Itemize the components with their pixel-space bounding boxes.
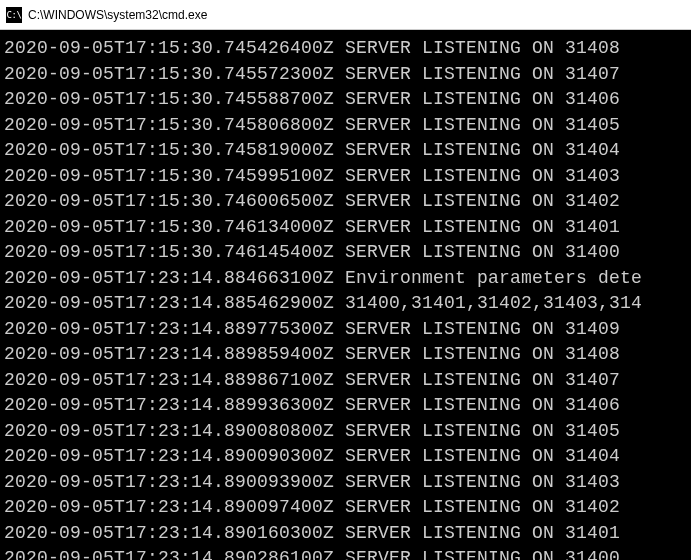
log-line: 2020-09-05T17:23:14.890080800Z SERVER LI… bbox=[4, 419, 687, 445]
log-line: 2020-09-05T17:23:14.889775300Z SERVER LI… bbox=[4, 317, 687, 343]
log-line: 2020-09-05T17:23:14.884663100Z Environme… bbox=[4, 266, 687, 292]
log-line: 2020-09-05T17:15:30.745426400Z SERVER LI… bbox=[4, 36, 687, 62]
log-line: 2020-09-05T17:23:14.890097400Z SERVER LI… bbox=[4, 495, 687, 521]
log-line: 2020-09-05T17:15:30.745995100Z SERVER LI… bbox=[4, 164, 687, 190]
log-line: 2020-09-05T17:23:14.889936300Z SERVER LI… bbox=[4, 393, 687, 419]
log-line: 2020-09-05T17:23:14.889859400Z SERVER LI… bbox=[4, 342, 687, 368]
log-line: 2020-09-05T17:15:30.745806800Z SERVER LI… bbox=[4, 113, 687, 139]
window-title-bar[interactable]: C:\ C:\WINDOWS\system32\cmd.exe bbox=[0, 0, 691, 30]
log-line: 2020-09-05T17:23:14.890093900Z SERVER LI… bbox=[4, 470, 687, 496]
log-line: 2020-09-05T17:23:14.890160300Z SERVER LI… bbox=[4, 521, 687, 547]
log-line: 2020-09-05T17:15:30.745572300Z SERVER LI… bbox=[4, 62, 687, 88]
log-line: 2020-09-05T17:15:30.746134000Z SERVER LI… bbox=[4, 215, 687, 241]
log-line: 2020-09-05T17:23:14.890090300Z SERVER LI… bbox=[4, 444, 687, 470]
log-line: 2020-09-05T17:15:30.746006500Z SERVER LI… bbox=[4, 189, 687, 215]
log-line: 2020-09-05T17:15:30.745588700Z SERVER LI… bbox=[4, 87, 687, 113]
log-line: 2020-09-05T17:15:30.745819000Z SERVER LI… bbox=[4, 138, 687, 164]
log-line: 2020-09-05T17:23:14.890286100Z SERVER LI… bbox=[4, 546, 687, 560]
cmd-icon: C:\ bbox=[6, 7, 22, 23]
window-title: C:\WINDOWS\system32\cmd.exe bbox=[28, 8, 207, 22]
terminal-output[interactable]: 2020-09-05T17:15:30.745426400Z SERVER LI… bbox=[0, 30, 691, 560]
log-line: 2020-09-05T17:23:14.885462900Z 31400,314… bbox=[4, 291, 687, 317]
log-line: 2020-09-05T17:15:30.746145400Z SERVER LI… bbox=[4, 240, 687, 266]
log-line: 2020-09-05T17:23:14.889867100Z SERVER LI… bbox=[4, 368, 687, 394]
